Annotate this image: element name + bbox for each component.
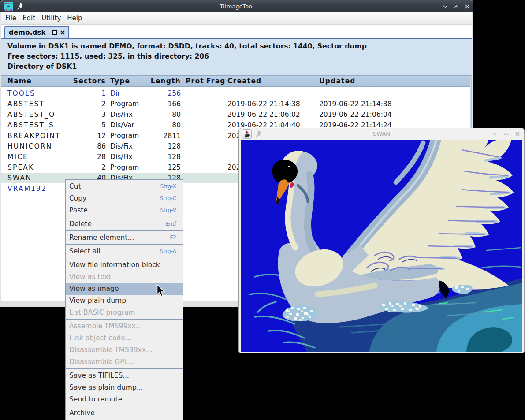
cell-name: TOOLS [7, 88, 35, 99]
tab-close-icon[interactable] [60, 30, 65, 35]
menu-item-copy[interactable]: CopyStrg-C [66, 193, 183, 204]
table-row-tools[interactable]: TOOLS1Dir256 [1, 88, 470, 99]
menu-item-label: Disassemble GPL... [69, 356, 134, 368]
menu-item-label: View file information block [69, 259, 160, 271]
cell-type: Dis/Fix [110, 152, 133, 162]
menu-item-shortcut: Entf [166, 218, 176, 230]
cell-type: Dis/Var [110, 120, 134, 130]
main-titlebar[interactable]: TIImageTool [0, 0, 473, 12]
cell-name: SPEAK [7, 162, 34, 173]
swan-image [241, 140, 522, 352]
menu-item-assemble-tms99xx: Assemble TMS99xx... [66, 320, 183, 332]
cell-type: Program [110, 130, 139, 141]
menu-item-send-to-remote[interactable]: Send to remote... [66, 394, 183, 405]
column-header-frag[interactable]: Frag [206, 76, 226, 86]
menu-item-delete[interactable]: DeleteEntf [66, 218, 183, 230]
swan-window: SWAN [238, 128, 525, 353]
menubar-item-edit[interactable]: Edit [19, 12, 38, 24]
cell-type: Dis/Fix [110, 141, 133, 152]
swan-pin-icon[interactable] [255, 131, 261, 138]
tab-undock-icon[interactable] [52, 30, 57, 35]
menu-item-label: Save as TIFILES... [69, 370, 129, 382]
cell-length: 125 [138, 162, 181, 173]
window-title: TIImageTool [0, 0, 473, 13]
menu-item-label: View plain dump [69, 295, 126, 307]
menu-item-label: Rename element... [69, 232, 134, 244]
menu-item-link-object-code: Link object code... [66, 332, 183, 344]
menu-item-cut[interactable]: CutStrg-X [66, 181, 183, 193]
cell-length: 128 [138, 152, 181, 162]
table-header[interactable]: NameSectorsTypeLengthProtFragCreatedUpda… [1, 75, 470, 87]
cell-sectors: 28 [63, 152, 106, 162]
swan-close-button[interactable] [515, 131, 520, 137]
swan-maximize-button[interactable] [503, 131, 509, 137]
menu-item-label: Delete [69, 218, 92, 230]
cell-updated: 2019-06-22 21:14:38 [319, 99, 392, 109]
java-app-icon[interactable] [242, 129, 252, 139]
menubar-item-help[interactable]: Help [64, 12, 85, 24]
menu-item-label: Save as plain dump... [69, 382, 143, 394]
menubar-item-utility[interactable]: Utility [38, 12, 64, 24]
menu-item-label: Cut [69, 181, 81, 193]
swan-minimize-button[interactable] [492, 131, 497, 137]
close-button[interactable] [465, 4, 470, 9]
menu-item-select-all[interactable]: Select allStrg-A [66, 245, 183, 257]
menu-item-label: View as text [69, 271, 111, 283]
column-header-type[interactable]: Type [110, 76, 130, 86]
menu-item-label: Paste [69, 204, 88, 216]
menu-item-shortcut: Strg-A [160, 245, 176, 257]
menu-item-label: Send to remote... [69, 394, 129, 405]
swan-titlebar[interactable]: SWAN [238, 128, 525, 140]
menu-item-archive[interactable]: Archive [66, 407, 183, 419]
menu-item-paste[interactable]: PasteStrg-V [66, 204, 183, 216]
cell-name: MICE [7, 152, 28, 162]
cell-sectors: 5 [63, 120, 106, 130]
column-header-updated[interactable]: Updated [319, 76, 356, 86]
cell-sectors: 1 [63, 88, 106, 99]
cell-name: BREAKPOINT [7, 130, 60, 141]
cell-created: 2019-06-22 21:14:38 [227, 99, 300, 109]
menu-item-shortcut: Strg-C [160, 193, 176, 204]
cell-type: Dis/Fix [110, 109, 133, 120]
cell-name: VRAM192 [7, 183, 47, 194]
cell-sectors: 2 [63, 162, 106, 173]
cell-name: SWAN [7, 173, 32, 183]
menu-item-label: Select all [69, 245, 101, 257]
cell-updated: 2019-06-22 21:06:04 [319, 109, 392, 120]
menu-item-save-as-tifiles[interactable]: Save as TIFILES... [66, 370, 183, 382]
menu-item-rename-element[interactable]: Rename element...F2 [66, 232, 183, 244]
column-header-sectors[interactable]: Sectors [63, 76, 106, 86]
cell-name: ABSTEST_O [7, 109, 55, 120]
table-row-abstest[interactable]: ABSTEST2Program1662019-06-22 21:14:38201… [1, 99, 470, 109]
column-header-name[interactable]: Name [7, 76, 32, 86]
maximize-button[interactable] [454, 4, 459, 9]
context-menu: CutStrg-XCopyStrg-CPasteStrg-VDeleteEntf… [65, 179, 183, 420]
column-header-prot[interactable]: Prot [186, 76, 204, 86]
menu-item-save-as-plain-dump[interactable]: Save as plain dump... [66, 382, 183, 394]
table-row-abstest_o[interactable]: ABSTEST_O3Dis/Fix802019-06-22 21:06:0220… [1, 109, 470, 120]
menubar-item-file[interactable]: File [2, 12, 19, 24]
cell-sectors: 2 [63, 99, 106, 109]
info-line-1: Volume in DSK1 is named DEMO, format: DS… [7, 41, 367, 52]
cell-sectors: 3 [63, 109, 106, 120]
menu-item-list-basic-program: List BASIC program [66, 307, 183, 319]
menu-item-disassemble-tms99xx: Disassemble TMS99xx... [66, 344, 183, 356]
cell-type: Dir [110, 88, 120, 99]
cell-length: 166 [138, 99, 181, 109]
minimize-button[interactable] [443, 4, 448, 9]
menu-item-label: Assemble TMS99xx... [69, 320, 142, 332]
tab-label: demo.dsk [9, 29, 46, 37]
menu-item-disassemble-gpl: Disassemble GPL... [66, 356, 183, 368]
cell-length: 128 [138, 141, 181, 152]
column-header-created[interactable]: Created [227, 76, 261, 86]
column-header-length[interactable]: Length [138, 76, 181, 86]
tabbar: demo.dsk [1, 25, 472, 38]
cell-length: 256 [138, 88, 181, 99]
menu-item-view-as-text: View as text [66, 271, 183, 283]
cell-sectors: 12 [63, 130, 106, 141]
menu-item-shortcut: Strg-V [160, 204, 177, 216]
cell-sectors: 86 [63, 141, 106, 152]
cell-name: ABSTEST_S [7, 120, 54, 130]
menu-item-view-file-information-block[interactable]: View file information block [66, 259, 183, 271]
tab-demo-dsk[interactable]: demo.dsk [4, 26, 69, 38]
